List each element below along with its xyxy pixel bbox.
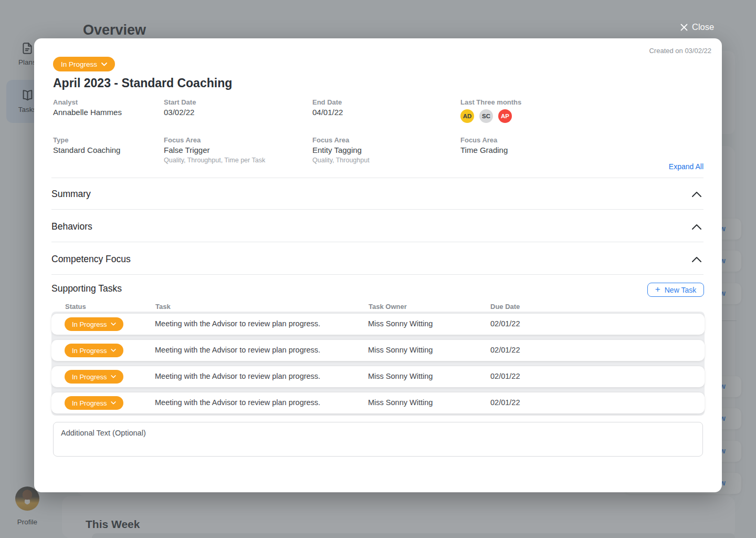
avatar[interactable]: AP [498, 109, 512, 123]
info-last-three-months: Last Three months AD SC AP [460, 98, 602, 123]
info-focus-area-1: Focus Area False Trigger Quality, Throug… [164, 136, 306, 164]
section-title: Summary [51, 189, 91, 200]
task-cell: Meeting with the Advisor to review plan … [155, 398, 320, 407]
owner-cell: Miss Sonny Witting [368, 319, 433, 328]
column-header-owner: Task Owner [369, 303, 407, 311]
info-value: 04/01/22 [312, 108, 454, 117]
divider [51, 209, 704, 210]
info-value: False Trigger [164, 146, 306, 154]
section-title: Behaviors [51, 221, 92, 232]
column-header-status: Status [65, 303, 86, 311]
info-value: Entity Tagging [312, 146, 454, 154]
coaching-plan-modal: Created on 03/02/22 In Progress April 20… [34, 38, 722, 492]
expand-all-link[interactable]: Expand All [669, 162, 704, 171]
info-value: Time Grading [460, 146, 602, 154]
avatar-group: AD SC AP [460, 109, 602, 123]
table-row[interactable]: In Progress Meeting with the Advisor to … [51, 392, 705, 413]
section-summary[interactable]: Summary [51, 183, 704, 205]
info-label: Last Three months [460, 98, 602, 106]
info-sub: Quality, Throughput, Time per Task [164, 157, 306, 164]
task-cell: Meeting with the Advisor to review plan … [155, 319, 320, 328]
task-status-label: In Progress [72, 399, 107, 407]
close-label: Close [692, 22, 714, 32]
table-row[interactable]: In Progress Meeting with the Advisor to … [51, 340, 705, 361]
task-cell: Meeting with the Advisor to review plan … [155, 346, 320, 354]
chevron-down-icon [111, 349, 116, 352]
info-value: 03/02/22 [164, 108, 306, 117]
chevron-down-icon [111, 323, 116, 326]
chevron-up-icon [692, 192, 701, 197]
collapse-button[interactable] [690, 255, 704, 264]
task-cell: Meeting with the Advisor to review plan … [155, 372, 320, 380]
task-list: In Progress Meeting with the Advisor to … [51, 312, 705, 416]
due-cell: 02/01/22 [490, 398, 520, 407]
created-on-text: Created on 03/02/22 [649, 47, 711, 55]
info-sub: Quality, Throughput [312, 157, 454, 164]
close-icon [680, 24, 688, 31]
chevron-down-icon [101, 63, 107, 66]
new-task-button[interactable]: + New Task [647, 283, 704, 297]
column-header-task: Task [155, 303, 171, 311]
additional-text-input[interactable] [53, 422, 703, 457]
info-label: Focus Area [312, 136, 454, 144]
new-task-label: New Task [665, 286, 696, 294]
chevron-down-icon [111, 401, 116, 405]
plan-status-label: In Progress [61, 60, 97, 68]
info-label: End Date [312, 98, 454, 106]
due-cell: 02/01/22 [490, 319, 520, 328]
info-focus-area-3: Focus Area Time Grading [460, 136, 602, 154]
chevron-down-icon [111, 375, 116, 378]
task-status-label: In Progress [72, 347, 107, 355]
table-row[interactable]: In Progress Meeting with the Advisor to … [51, 366, 705, 387]
divider [51, 242, 704, 242]
info-start-date: Start Date 03/02/22 [164, 98, 306, 117]
avatar[interactable]: AD [460, 109, 474, 123]
column-header-due: Due Date [490, 303, 520, 311]
info-focus-area-2: Focus Area Entity Tagging Quality, Throu… [312, 136, 454, 164]
task-status-dropdown[interactable]: In Progress [65, 370, 123, 384]
collapse-button[interactable] [690, 222, 704, 232]
owner-cell: Miss Sonny Witting [368, 346, 433, 354]
task-status-dropdown[interactable]: In Progress [65, 396, 123, 410]
divider [51, 178, 704, 178]
section-behaviors[interactable]: Behaviors [51, 216, 704, 237]
info-label: Start Date [164, 98, 306, 106]
plan-status-dropdown[interactable]: In Progress [53, 57, 115, 71]
supporting-tasks-title: Supporting Tasks [51, 283, 122, 294]
close-button[interactable]: Close [680, 22, 714, 32]
chevron-up-icon [692, 257, 701, 262]
section-competency-focus[interactable]: Competency Focus [51, 249, 704, 270]
owner-cell: Miss Sonny Witting [368, 372, 433, 380]
chevron-up-icon [692, 224, 701, 230]
owner-cell: Miss Sonny Witting [368, 398, 433, 407]
info-end-date: End Date 04/01/22 [312, 98, 454, 117]
task-status-label: In Progress [72, 320, 107, 328]
plus-icon: + [655, 285, 660, 294]
task-status-label: In Progress [72, 373, 107, 381]
task-status-dropdown[interactable]: In Progress [65, 317, 123, 331]
info-label: Focus Area [460, 136, 602, 144]
task-status-dropdown[interactable]: In Progress [65, 344, 123, 357]
table-row[interactable]: In Progress Meeting with the Advisor to … [51, 314, 705, 335]
due-cell: 02/01/22 [490, 346, 520, 354]
divider [51, 274, 704, 275]
collapse-button[interactable] [690, 190, 704, 199]
due-cell: 02/01/22 [490, 372, 520, 380]
info-label: Focus Area [164, 136, 306, 144]
avatar[interactable]: SC [479, 109, 493, 123]
plan-title: April 2023 - Standard Coaching [53, 76, 232, 90]
section-title: Competency Focus [51, 254, 131, 265]
